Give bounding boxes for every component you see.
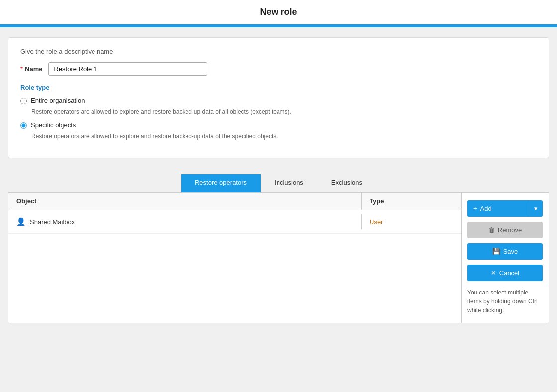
hint-text: You can select multiple items by holding… — [467, 288, 543, 315]
cell-type: User — [362, 215, 461, 229]
name-field-row: * Name — [20, 62, 537, 76]
radio-specific-objects[interactable]: Specific objects — [20, 121, 537, 129]
tabs-section: Restore operators Inclusions Exclusions … — [8, 166, 549, 323]
tab-inclusions[interactable]: Inclusions — [261, 174, 317, 192]
table-section: Object Type 👤 Shared Mailbox User — [8, 192, 549, 323]
main-content: Give the role a descriptive name * Name … — [0, 27, 557, 323]
cell-object: 👤 Shared Mailbox — [8, 214, 362, 229]
add-btn-group: + Add ▾ — [467, 200, 543, 217]
tab-exclusions[interactable]: Exclusions — [317, 174, 376, 192]
object-name: Shared Mailbox — [30, 218, 75, 226]
radio-entire-organisation-input[interactable] — [20, 98, 27, 104]
save-button[interactable]: 💾 Save — [467, 243, 543, 260]
table-wrapper: Object Type 👤 Shared Mailbox User — [8, 193, 549, 323]
chevron-down-icon: ▾ — [534, 205, 538, 212]
remove-label: Remove — [498, 226, 522, 234]
table-header: Object Type — [8, 193, 461, 210]
required-star: * — [20, 65, 23, 73]
role-type-label: Role type — [20, 84, 537, 91]
add-dropdown-button[interactable]: ▾ — [529, 200, 543, 217]
radio-entire-organisation[interactable]: Entire organisation — [20, 97, 537, 104]
card-subtitle: Give the role a descriptive name — [20, 48, 537, 55]
sidebar-actions: + Add ▾ 🗑 Remove 💾 — [462, 193, 549, 323]
col-header-type: Type — [362, 193, 461, 210]
radio-entire-organisation-desc: Restore operators are allowed to explore… — [31, 108, 537, 115]
page-title: New role — [260, 7, 297, 17]
radio-specific-objects-label: Specific objects — [31, 121, 76, 129]
tabs-bar: Restore operators Inclusions Exclusions — [8, 174, 549, 192]
name-input[interactable] — [48, 62, 207, 76]
name-role-card: Give the role a descriptive name * Name … — [8, 37, 549, 158]
remove-button[interactable]: 🗑 Remove — [467, 222, 543, 238]
radio-specific-objects-desc: Restore operators are allowed to explore… — [31, 133, 537, 140]
plus-icon: + — [473, 205, 477, 212]
trash-icon: 🗑 — [488, 226, 495, 234]
name-label: Name — [25, 65, 42, 73]
radio-specific-objects-input[interactable] — [20, 122, 27, 129]
add-button[interactable]: + Add — [467, 200, 529, 217]
tab-restore-operators[interactable]: Restore operators — [181, 174, 261, 192]
radio-entire-organisation-label: Entire organisation — [31, 97, 85, 104]
add-label: Add — [480, 205, 492, 212]
user-icon: 👤 — [16, 217, 26, 226]
cancel-button[interactable]: ✕ Cancel — [467, 265, 543, 281]
save-icon: 💾 — [492, 248, 500, 255]
cancel-label: Cancel — [499, 269, 519, 277]
page-header: New role — [0, 0, 557, 26]
table-main: Object Type 👤 Shared Mailbox User — [8, 193, 462, 323]
col-header-object: Object — [8, 193, 362, 210]
save-label: Save — [503, 248, 518, 255]
table-row[interactable]: 👤 Shared Mailbox User — [8, 210, 461, 234]
cancel-icon: ✕ — [491, 269, 496, 277]
